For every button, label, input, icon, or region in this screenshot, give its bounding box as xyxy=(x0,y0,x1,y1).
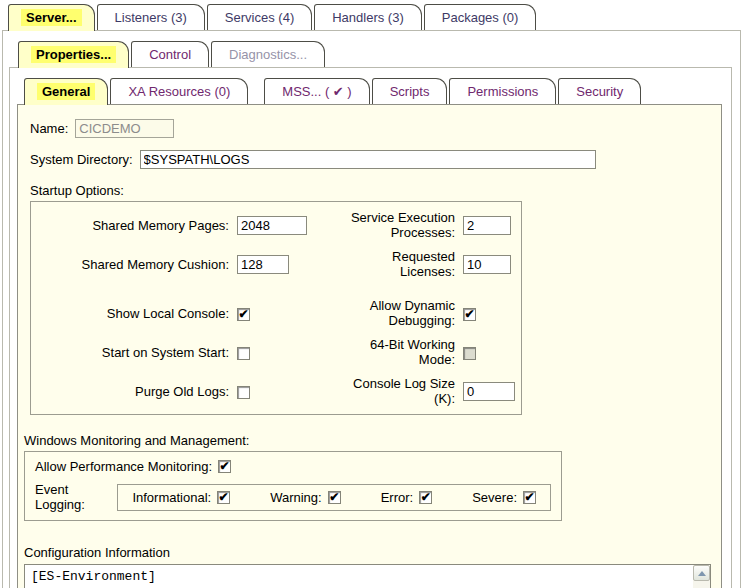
textarea-scrollbar[interactable] xyxy=(693,565,710,588)
general-tab-bar: General XA Resources (0) MSS... ( ✔ ) Sc… xyxy=(24,78,731,104)
64bit-working-mode-label: 64-Bit Working Mode: xyxy=(341,337,455,367)
tab-server[interactable]: Server... xyxy=(8,4,95,31)
monitoring-title: Windows Monitoring and Management: xyxy=(24,433,715,448)
es-admin-screen: Server... Listeners (3) Services (4) Han… xyxy=(0,0,750,588)
tab-security[interactable]: Security xyxy=(558,78,641,104)
tab-packages[interactable]: Packages (0) xyxy=(424,4,537,30)
start-on-system-start-checkbox[interactable] xyxy=(237,347,250,360)
service-execution-processes-label: Service Execution Processes: xyxy=(341,210,455,240)
properties-tab-bar: Properties... Control Diagnostics... xyxy=(18,41,740,67)
severe-checkbox[interactable]: ✔ xyxy=(523,491,536,504)
shared-memory-pages-input[interactable] xyxy=(237,216,307,235)
shared-memory-cushion-input[interactable] xyxy=(237,255,289,274)
service-execution-processes-input[interactable] xyxy=(463,216,511,235)
shared-memory-cushion-label: Shared Memory Cushion: xyxy=(39,257,229,272)
configuration-information-field: [ES-Environment] SYSPATH=D:DEMO2ES_CICS … xyxy=(24,564,711,588)
tab-properties[interactable]: Properties... xyxy=(18,41,129,68)
event-logging-label: Event Logging: xyxy=(35,482,103,512)
name-label: Name: xyxy=(30,121,68,136)
tab-diagnostics[interactable]: Diagnostics... xyxy=(211,41,325,67)
error-checkbox[interactable]: ✔ xyxy=(419,491,432,504)
system-directory-row: System Directory: xyxy=(30,150,715,169)
allow-dynamic-debugging-label: Allow Dynamic Debugging: xyxy=(341,298,455,328)
chevron-up-icon xyxy=(698,571,706,576)
configuration-information-title: Configuration Information xyxy=(24,545,715,560)
performance-monitoring-label: Allow Performance Monitoring: xyxy=(35,459,212,474)
informational-checkbox[interactable]: ✔ xyxy=(217,491,230,504)
server-tab-bar: Server... Listeners (3) Services (4) Han… xyxy=(8,4,750,30)
properties-tab-content: General XA Resources (0) MSS... ( ✔ ) Sc… xyxy=(9,67,732,588)
tab-xa-resources[interactable]: XA Resources (0) xyxy=(110,78,248,104)
purge-old-logs-label: Purge Old Logs: xyxy=(39,384,229,399)
performance-monitoring-checkbox[interactable]: ✔ xyxy=(218,460,231,473)
error-label: Error: xyxy=(381,490,414,505)
shared-memory-pages-label: Shared Memory Pages: xyxy=(39,218,229,233)
console-log-size-label: Console Log Size (K): xyxy=(341,376,455,406)
warning-checkbox[interactable]: ✔ xyxy=(328,491,341,504)
show-local-console-label: Show Local Console: xyxy=(39,306,229,321)
console-log-size-input[interactable] xyxy=(463,382,515,401)
tab-general[interactable]: General xyxy=(24,78,108,105)
startup-options-group: Shared Memory Pages: Service Execution P… xyxy=(30,201,522,415)
informational-label: Informational: xyxy=(132,490,211,505)
tab-scripts[interactable]: Scripts xyxy=(372,78,448,104)
tab-services[interactable]: Services (4) xyxy=(207,4,312,30)
tab-handlers[interactable]: Handlers (3) xyxy=(314,4,422,30)
purge-old-logs-checkbox[interactable] xyxy=(237,386,250,399)
system-directory-label: System Directory: xyxy=(30,152,133,167)
tab-control[interactable]: Control xyxy=(131,41,209,67)
allow-dynamic-debugging-checkbox[interactable]: ✔ xyxy=(463,308,476,321)
general-panel: Name: System Directory: Startup Options:… xyxy=(17,104,722,588)
system-directory-input[interactable] xyxy=(140,150,596,169)
warning-label: Warning: xyxy=(270,490,322,505)
monitoring-group: Allow Performance Monitoring: ✔ Event Lo… xyxy=(24,451,562,521)
name-row: Name: xyxy=(30,119,715,138)
configuration-information-textarea[interactable]: [ES-Environment] SYSPATH=D:DEMO2ES_CICS … xyxy=(24,564,711,588)
tab-listeners[interactable]: Listeners (3) xyxy=(97,4,205,30)
requested-licenses-input[interactable] xyxy=(463,255,511,274)
64bit-working-mode-checkbox xyxy=(463,347,476,360)
name-input xyxy=(75,119,174,138)
scroll-up-button[interactable] xyxy=(693,565,710,581)
tab-permissions[interactable]: Permissions xyxy=(449,78,556,104)
startup-options-title: Startup Options: xyxy=(30,183,715,198)
requested-licenses-label: Requested Licenses: xyxy=(341,249,455,279)
tab-mss[interactable]: MSS... ( ✔ ) xyxy=(264,78,369,104)
severe-label: Severe: xyxy=(472,490,517,505)
start-on-system-start-label: Start on System Start: xyxy=(39,345,229,360)
performance-monitoring-row: Allow Performance Monitoring: ✔ xyxy=(35,459,551,474)
event-logging-group: Informational: ✔ Warning: ✔ Error: ✔ xyxy=(117,484,551,511)
event-logging-row: Event Logging: Informational: ✔ Warning:… xyxy=(35,482,551,512)
show-local-console-checkbox[interactable]: ✔ xyxy=(237,308,250,321)
server-tab-content: Properties... Control Diagnostics... Gen… xyxy=(2,30,741,588)
